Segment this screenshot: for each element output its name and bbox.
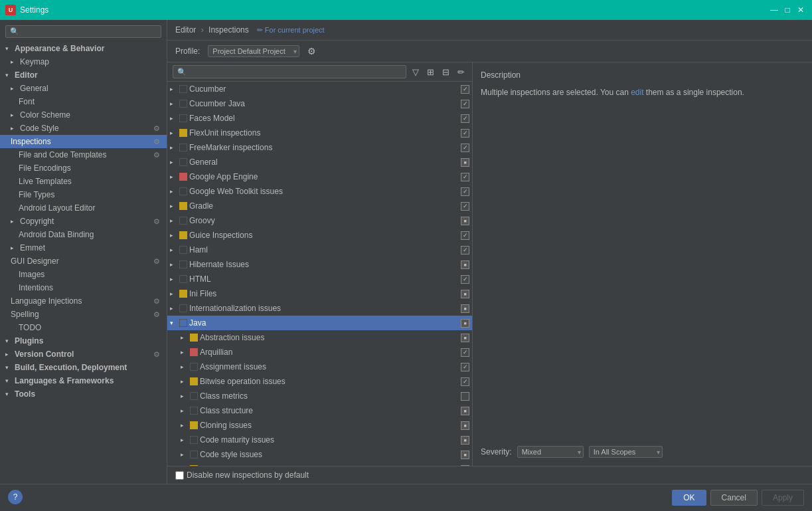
sidebar-item-fileencodings[interactable]: File Encodings [0, 161, 167, 175]
sidebar-item-codestyle[interactable]: ▸Code Style⚙ [0, 122, 167, 135]
inspection-checkbox[interactable] [461, 377, 469, 386]
sidebar-item-editor[interactable]: ▾Editor [0, 68, 167, 82]
tree-expand-icon[interactable]: ▸ [181, 334, 190, 341]
tree-row-googleappengine[interactable]: ▸Google App Engine [167, 169, 472, 184]
inspection-checkbox[interactable] [461, 319, 469, 328]
scope-select[interactable]: In All Scopes In Tests Only Everywhere E… [589, 446, 663, 458]
sidebar-search-wrap[interactable]: 🔍 [5, 25, 161, 38]
collapse-all-button[interactable]: ⊟ [440, 66, 451, 78]
inspection-checkbox[interactable] [461, 304, 469, 313]
inspection-checkbox[interactable] [461, 173, 469, 181]
filter-button[interactable]: ▽ [410, 66, 421, 78]
cancel-button[interactable]: Cancel [710, 490, 758, 506]
ok-button[interactable]: OK [672, 490, 706, 506]
inspection-checkbox[interactable] [461, 85, 469, 94]
sidebar-item-appearance[interactable]: ▾Appearance & Behavior [0, 42, 167, 55]
tree-expand-icon[interactable]: ▸ [181, 393, 190, 399]
maximize-button[interactable]: □ [781, 4, 793, 16]
tree-expand-icon[interactable]: ▸ [181, 363, 190, 370]
sidebar-item-guidesigner[interactable]: GUI Designer⚙ [0, 255, 167, 268]
inspection-checkbox[interactable] [461, 451, 469, 459]
clear-button[interactable]: ✏ [455, 66, 467, 78]
inspection-checkbox[interactable] [461, 100, 469, 108]
sidebar-item-filetypes[interactable]: File Types [0, 188, 167, 201]
tree-expand-icon[interactable]: ▸ [170, 115, 179, 122]
tree-expand-icon[interactable]: ▸ [170, 217, 179, 224]
sidebar-item-copyright[interactable]: ▸Copyright⚙ [0, 215, 167, 228]
tree-row-codematurity[interactable]: ▸Code maturity issues [167, 433, 472, 447]
tree-row-arquillian[interactable]: ▸Arquillian [167, 345, 472, 359]
tree-row-facesmodel[interactable]: ▸Faces Model [167, 111, 472, 126]
tree-row-freemarker[interactable]: ▸FreeMarker inspections [167, 140, 472, 155]
sidebar-item-livetemplates[interactable]: Live Templates [0, 175, 167, 188]
tree-row-haml[interactable]: ▸Haml [167, 243, 472, 257]
tree-expand-icon[interactable]: ▸ [170, 144, 179, 151]
sidebar-item-buildexecution[interactable]: ▾Build, Execution, Deployment [0, 361, 167, 374]
tree-row-java[interactable]: ▾Java [167, 316, 472, 330]
sidebar-item-androiddatabinding[interactable]: Android Data Binding [0, 228, 167, 241]
tree-row-assignmentissues[interactable]: ▸Assignment issues [167, 359, 472, 374]
inspection-checkbox[interactable] [461, 334, 469, 342]
inspection-checkbox[interactable] [461, 187, 469, 196]
tree-expand-icon[interactable]: ▸ [181, 349, 190, 356]
tree-row-classmetrics[interactable]: ▸Class metrics [167, 389, 472, 403]
inspection-checkbox[interactable] [461, 231, 469, 240]
tree-expand-icon[interactable]: ▸ [170, 130, 179, 136]
inspection-checkbox[interactable] [461, 275, 469, 284]
inspection-checkbox[interactable] [461, 158, 469, 167]
sidebar-item-plugins[interactable]: ▾Plugins [0, 334, 167, 348]
inspection-checkbox[interactable] [461, 260, 469, 269]
sidebar-item-versioncontrol[interactable]: ▸Version Control⚙ [0, 348, 167, 361]
tree-row-codestyle[interactable]: ▸Code style issues [167, 447, 472, 462]
inspection-checkbox[interactable] [461, 436, 469, 445]
sidebar-item-intentions[interactable]: Intentions [0, 281, 167, 294]
sidebar-item-languageinjections[interactable]: Language Injections⚙ [0, 294, 167, 308]
sidebar-item-keymap[interactable]: ▸Keymap [0, 55, 167, 68]
sidebar-item-font[interactable]: Font [0, 95, 167, 108]
help-button[interactable]: ? [8, 490, 23, 504]
inspection-checkbox[interactable] [461, 144, 469, 152]
tree-expand-icon[interactable]: ▸ [170, 100, 179, 107]
sidebar-item-spelling[interactable]: Spelling⚙ [0, 308, 167, 321]
profile-select-wrap[interactable]: Project Default Project Default [208, 45, 299, 57]
tree-expand-icon[interactable]: ▸ [170, 188, 179, 195]
inspection-checkbox[interactable] [461, 129, 469, 138]
edit-link[interactable]: edit [631, 88, 643, 97]
tree-expand-icon[interactable]: ▸ [181, 437, 190, 443]
inspection-checkbox[interactable] [461, 217, 469, 225]
inspection-checkbox[interactable] [461, 392, 469, 401]
tree-row-cloningissues[interactable]: ▸Cloning issues [167, 418, 472, 433]
tree-expand-icon[interactable]: ▸ [181, 422, 190, 429]
tree-expand-icon[interactable]: ▸ [170, 290, 179, 297]
tree-expand-icon[interactable]: ▸ [170, 86, 179, 92]
tree-expand-icon[interactable]: ▸ [170, 305, 179, 312]
tree-row-cucumberjava[interactable]: ▸Cucumber Java [167, 96, 472, 111]
inspection-checkbox[interactable] [461, 407, 469, 415]
sidebar-item-colorscheme[interactable]: ▸Color Scheme [0, 108, 167, 122]
tree-row-guiceinspections[interactable]: ▸Guice Inspections [167, 228, 472, 243]
tree-expand-icon[interactable]: ▸ [170, 247, 179, 253]
inspection-checkbox[interactable] [461, 363, 469, 371]
sidebar-item-images[interactable]: Images [0, 268, 167, 281]
severity-select[interactable]: Mixed Error Warning Weak Warning Informa… [517, 446, 584, 458]
tree-expand-icon[interactable]: ▸ [181, 407, 190, 414]
tree-expand-icon[interactable]: ▸ [170, 232, 179, 239]
tree-expand-icon[interactable]: ▸ [170, 173, 179, 180]
tree-row-cucumber[interactable]: ▸Cucumber [167, 82, 472, 96]
tree-expand-icon[interactable]: ▸ [181, 378, 190, 385]
sidebar-item-fileandcode[interactable]: File and Code Templates⚙ [0, 148, 167, 161]
sidebar-item-inspections[interactable]: Inspections⚙ [0, 135, 167, 148]
tree-row-flexunit[interactable]: ▸FlexUnit inspections [167, 126, 472, 140]
tree-row-groovy[interactable]: ▸Groovy [167, 213, 472, 228]
tree-expand-icon[interactable]: ▸ [181, 451, 190, 458]
close-button[interactable]: ✕ [795, 4, 807, 16]
severity-select-wrap[interactable]: Mixed Error Warning Weak Warning Informa… [517, 446, 584, 458]
sidebar-search-input[interactable] [22, 28, 157, 36]
inspection-checkbox[interactable] [461, 421, 469, 430]
tree-row-i18n[interactable]: ▸Internationalization issues [167, 301, 472, 316]
tree-row-gradle[interactable]: ▸Gradle [167, 199, 472, 213]
tree-expand-icon[interactable]: ▸ [170, 159, 179, 165]
tree-row-bitwiseoperation[interactable]: ▸Bitwise operation issues [167, 374, 472, 389]
inspection-checkbox[interactable] [461, 348, 469, 357]
disable-checkbox-label[interactable]: Disable new inspections by default [175, 470, 309, 480]
